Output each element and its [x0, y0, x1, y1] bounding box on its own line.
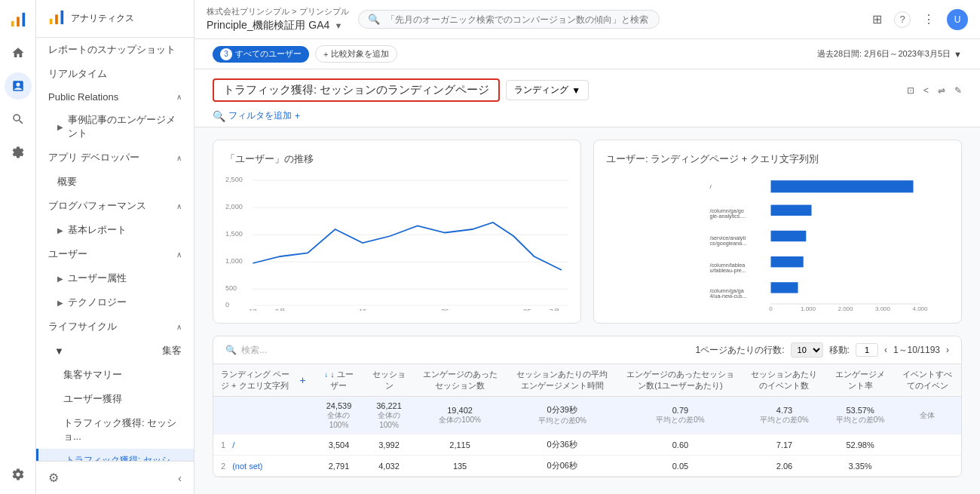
main-area: 株式会社プリンシプル > プリンシプル Principle_機能検証用 GA4 …: [194, 0, 980, 494]
table-pagination: 1ページあたりの行数: 10 25 50 移動: ‹ 1～10/1193 ›: [696, 342, 949, 357]
rows-per-page-select[interactable]: 10 25 50: [791, 342, 823, 357]
svg-text:cs/googleana...: cs/googleana...: [710, 240, 747, 247]
total-sessions: 36,221 全体の100%: [364, 397, 413, 434]
more-options-icon[interactable]: ⋮: [923, 12, 935, 26]
table-header-row: ランディング ページ + クエリ文字列 + ↓ ↓ ユーザー セッション: [213, 364, 961, 397]
compare-view-icon[interactable]: ⇌: [938, 85, 945, 96]
search-input[interactable]: [386, 14, 650, 25]
sidebar-overview[interactable]: 概要: [36, 170, 194, 194]
table-scroll-area: ランディング ページ + クエリ文字列 + ↓ ↓ ユーザー セッション: [213, 364, 961, 477]
table-row: 1 / 3,504 3,992 2,115 0分36秒 0.60 7.17 52…: [213, 434, 961, 456]
col-header-users[interactable]: ↓ ↓ ユーザー: [314, 364, 365, 397]
svg-rect-35: [771, 205, 812, 216]
row2-sessions: 4,032: [364, 456, 413, 477]
help-icon[interactable]: ?: [894, 11, 911, 28]
row2-engaged-per: 0.05: [618, 456, 743, 477]
bullet-icon4: ▶: [57, 299, 63, 307]
sidebar-group-blog[interactable]: ブログパフォーマンス ∧: [36, 194, 194, 218]
col-header-sessions: セッション: [364, 364, 413, 397]
topbar-search-box[interactable]: 🔍: [358, 10, 660, 29]
filter-add-label[interactable]: フィルタを追加: [228, 109, 292, 122]
table-search-area[interactable]: 🔍 検索...: [225, 344, 690, 357]
property-dropdown-icon[interactable]: ▼: [334, 21, 342, 30]
svg-rect-5: [55, 14, 58, 24]
row1-engaged-per: 0.60: [618, 434, 743, 456]
compare-btn[interactable]: + 比較対象を追加: [315, 45, 397, 63]
col-header-page: ランディング ページ + クエリ文字列 +: [213, 364, 314, 397]
sidebar-technology[interactable]: ▶ テクノロジー: [36, 290, 194, 315]
sidebar-acquisition-summary[interactable]: 集客サマリー: [36, 363, 194, 387]
collapse-sidebar-btn[interactable]: ‹: [178, 472, 182, 484]
page-title-section: トラフィック獲得: セッションのランディングページ ランディング ▼ ⊡ < ⇌…: [194, 69, 980, 105]
nav-reports[interactable]: [5, 72, 32, 100]
sidebar-user-attributes[interactable]: ▶ ユーザー属性: [36, 266, 194, 290]
sidebar-snapshot[interactable]: レポートのスナップショット: [36, 38, 194, 62]
col-header-all-events: イベントすべてのイベン: [894, 364, 961, 397]
nav-logo[interactable]: [5, 6, 32, 33]
row2-all-events: [894, 456, 961, 477]
sidebar-user-acquisition[interactable]: ユーザー獲得: [36, 387, 194, 411]
sidebar-acquisition-group[interactable]: ▼ 集客: [36, 339, 194, 363]
property-title: Principle_機能検証用 GA4 ▼: [207, 19, 349, 32]
bar-chart: / /column/ga/go gle-analytics.... /servi…: [606, 175, 949, 311]
sidebar-traffic-session1[interactable]: トラフィック獲得: セッショ...: [36, 411, 194, 449]
total-engaged: 19,402 全体の100%: [414, 397, 507, 434]
sidebar-header: アナリティクス: [36, 0, 194, 38]
grid-icon[interactable]: ⊞: [872, 12, 882, 26]
sidebar-basic-report[interactable]: ▶ 基本レポート: [36, 218, 194, 242]
sidebar-group-lifecycle[interactable]: ライフサイクル ∧: [36, 315, 194, 339]
page-actions: ⊡ < ⇌ ✎: [907, 85, 962, 96]
sidebar-traffic-session-active[interactable]: トラフィック獲得: セッショ...: [36, 449, 194, 461]
page-jump-input[interactable]: [856, 343, 878, 357]
svg-text:1,000: 1,000: [225, 257, 243, 265]
row2-events-per: 2.06: [743, 456, 826, 477]
svg-rect-6: [61, 11, 64, 24]
save-icon[interactable]: ⊡: [907, 85, 914, 96]
avatar[interactable]: U: [947, 9, 968, 30]
sidebar-group-appdev[interactable]: アプリ デベロッパー ∧: [36, 146, 194, 170]
svg-text:0: 0: [225, 302, 229, 309]
topbar: 株式会社プリンシプル > プリンシプル Principle_機能検証用 GA4 …: [194, 0, 980, 39]
nav-settings[interactable]: [5, 461, 32, 488]
sidebar-group-users[interactable]: ユーザー ∧: [36, 242, 194, 266]
sidebar-group-public-relations[interactable]: Public Relations ∧: [36, 86, 194, 108]
svg-text:05: 05: [523, 308, 531, 311]
sidebar-nav: レポートのスナップショット リアルタイム Public Relations ∧ …: [36, 38, 194, 461]
svg-text:2月: 2月: [275, 308, 286, 311]
row2-page: 2 (not set): [213, 456, 314, 477]
svg-rect-38: [771, 282, 798, 293]
app-logo: [48, 9, 65, 28]
svg-text:0: 0: [769, 305, 773, 311]
row1-page: 1 /: [213, 434, 314, 456]
topbar-actions: ⊞ ? ⋮ U: [872, 9, 968, 30]
filter-add-bar: 🔍 フィルタを追加 +: [194, 105, 980, 127]
add-column-btn[interactable]: +: [299, 374, 305, 386]
data-table: ランディング ページ + クエリ文字列 + ↓ ↓ ユーザー セッション: [213, 364, 961, 477]
dropdown-chevron-icon: ▼: [571, 85, 580, 96]
svg-text:gle-analytics....: gle-analytics....: [710, 213, 746, 219]
svg-text:u/tableau-pre...: u/tableau-pre...: [710, 267, 746, 274]
row2-engaged: 135: [414, 456, 507, 477]
row1-users: 3,504: [314, 434, 365, 456]
bar-chart-title: ユーザー: ランディングページ + クエリ文字列別: [606, 152, 949, 166]
col-header-avg-time: セッションあたりの平均エンゲージメント時間: [507, 364, 619, 397]
next-page-icon[interactable]: ›: [946, 345, 949, 355]
table-search-icon: 🔍: [225, 345, 237, 355]
nav-advertising[interactable]: [5, 139, 32, 166]
settings-icon[interactable]: ⚙: [48, 471, 59, 485]
page-dimension-dropdown[interactable]: ランディング ▼: [506, 80, 589, 100]
nav-explore[interactable]: [5, 106, 32, 133]
sidebar: アナリティクス レポートのスナップショット リアルタイム Public Rela…: [36, 0, 194, 494]
svg-text:1,500: 1,500: [225, 230, 243, 238]
svg-text:19: 19: [359, 308, 366, 311]
prev-page-icon[interactable]: ‹: [884, 345, 887, 355]
nav-home[interactable]: [5, 39, 32, 66]
sidebar-realtime[interactable]: リアルタイム: [36, 62, 194, 86]
sidebar-case-studies[interactable]: ▶ 事例記事のエンゲージメント: [36, 108, 194, 146]
edit-icon[interactable]: ✎: [954, 85, 962, 96]
filter-plus-icon[interactable]: +: [295, 111, 300, 121]
app-title: アナリティクス: [71, 12, 134, 25]
date-range-selector[interactable]: 過去28日間: 2月6日～2023年3月5日 ▼: [817, 48, 962, 60]
share-icon[interactable]: <: [923, 85, 929, 96]
user-segment-badge[interactable]: 3 すべてのユーザー: [213, 46, 309, 63]
